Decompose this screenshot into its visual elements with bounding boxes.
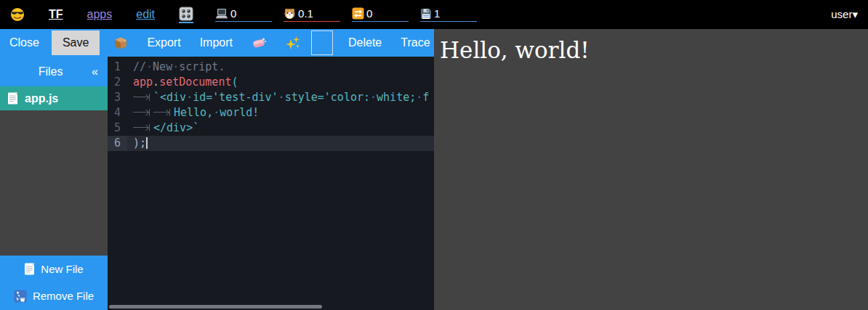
code-text: //·New·script. (127, 60, 225, 75)
trace-button[interactable]: Trace (401, 36, 430, 49)
soap-icon[interactable] (252, 36, 267, 49)
export-button[interactable]: Export (147, 36, 180, 49)
cpu-stat-field[interactable]: 0 (215, 7, 272, 22)
storage-stat-field[interactable]: 1 (420, 7, 477, 22)
sunglasses-face-icon[interactable] (10, 7, 25, 22)
top-bar: TF apps edit 0 (0, 0, 868, 29)
files-title: Files (9, 65, 92, 78)
remove-file-label: Remove File (33, 290, 94, 302)
preview-text: Hello, world! (440, 37, 862, 63)
package-icon[interactable] (113, 36, 128, 50)
files-sidebar: Files « app.js (0, 57, 108, 310)
save-button[interactable]: Save (52, 30, 100, 55)
horizontal-scrollbar[interactable] (109, 305, 322, 309)
top-bar-stats: 0 0.1 0 (215, 7, 477, 22)
code-text: Hello,·world! (127, 105, 259, 121)
code-line[interactable]: 4Hello,·world! (108, 105, 434, 121)
tab-arrow-icon (133, 122, 150, 131)
nav-link-tf[interactable]: TF (49, 8, 63, 21)
code-line[interactable]: 5</div>` (108, 121, 434, 136)
litter-bin-icon (14, 290, 27, 303)
code-line[interactable]: 3`<div·id='test-div'·style='color:·white… (108, 90, 434, 105)
code-text: app.setDocument( (127, 75, 238, 90)
sparkles-icon[interactable] (286, 36, 300, 50)
document-page-icon (7, 92, 18, 105)
import-button[interactable]: Import (200, 36, 233, 49)
new-file-label: New File (41, 263, 83, 275)
file-item-appjs[interactable]: app.js (0, 86, 108, 110)
memory-stat-value: 0.1 (298, 7, 313, 20)
hamster-icon (284, 7, 296, 20)
line-number: 1 (108, 60, 127, 75)
memory-stat-field[interactable]: 0.1 (284, 7, 340, 22)
files-header: Files « (0, 57, 108, 86)
text-cursor (146, 137, 148, 149)
code-text: `<div·id='test-div'·style='color:·white;… (127, 90, 429, 105)
tab-arrow-icon (133, 107, 150, 116)
user-menu[interactable]: user▾ (831, 8, 858, 21)
game-die-icon[interactable] (179, 7, 193, 23)
storage-stat-value: 1 (434, 7, 440, 20)
code-lines: 1//·New·script.2app.setDocument(3`<div·i… (108, 60, 434, 151)
nav-link-edit[interactable]: edit (136, 8, 155, 21)
cpu-stat-value: 0 (230, 7, 236, 20)
preview-pane: Hello, world! (434, 29, 868, 310)
floppy-disk-icon (420, 8, 432, 20)
delete-button[interactable]: Delete (348, 36, 382, 49)
sidebar-actions: New File Remove File (0, 256, 108, 310)
line-number: 5 (108, 121, 127, 136)
line-number: 3 (108, 90, 127, 105)
code-text: </div>` (127, 121, 199, 136)
file-name: app.js (25, 92, 58, 105)
code-editor[interactable]: 1//·New·script.2app.setDocument(3`<div·i… (108, 57, 434, 310)
top-bar-left: TF apps edit (10, 7, 193, 23)
empty-toolbar-button[interactable] (311, 30, 333, 55)
collapse-sidebar-button[interactable]: « (92, 65, 98, 78)
tab-arrow-icon (133, 91, 150, 101)
line-number: 6 (108, 136, 127, 151)
nav-link-apps[interactable]: apps (87, 8, 113, 21)
line-number: 2 (108, 75, 127, 90)
line-number: 4 (108, 105, 127, 121)
code-line[interactable]: 2app.setDocument( (108, 75, 434, 90)
loop-stat-value: 0 (366, 7, 372, 20)
close-button[interactable]: Close (9, 36, 39, 49)
editor-toolbar: Close Save Export Import Delete Trace (0, 29, 434, 57)
code-text: ); (127, 136, 148, 151)
laptop-icon (215, 8, 228, 20)
code-line[interactable]: 6); (108, 136, 434, 151)
new-file-button[interactable]: New File (0, 256, 108, 282)
loop-stat-field[interactable]: 0 (352, 7, 409, 22)
remove-file-button[interactable]: Remove File (0, 282, 108, 309)
tab-arrow-icon (153, 107, 171, 116)
new-file-page-icon (24, 263, 35, 275)
repeat-icon (352, 7, 364, 20)
code-line[interactable]: 1//·New·script. (108, 60, 434, 75)
